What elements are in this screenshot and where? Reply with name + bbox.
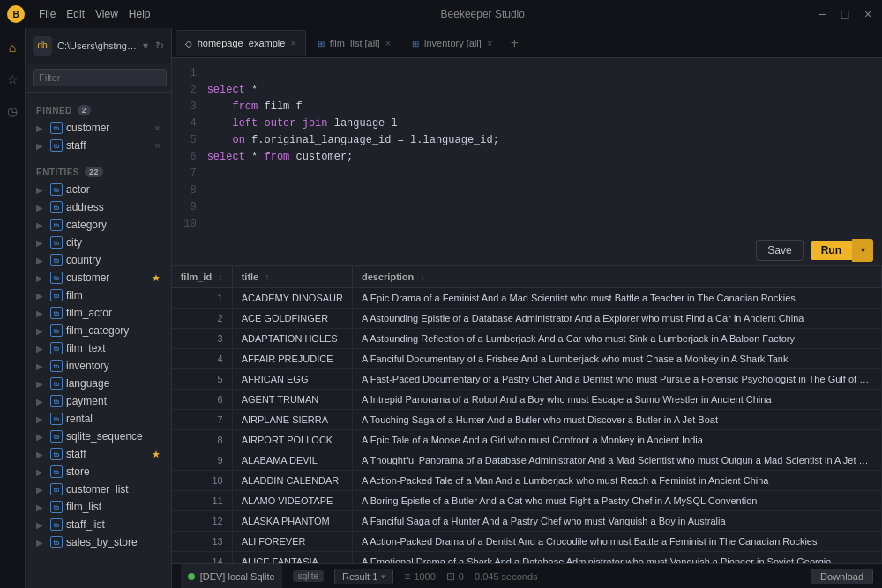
table-row[interactable]: 8 AIRPORT POLLOCK A Epic Tale of a Moose… (172, 430, 882, 450)
pinned-staff[interactable]: ▶ tb staff × (26, 137, 171, 154)
sidebar-item-actor[interactable]: ▶ tb actor (26, 181, 171, 198)
strip-icon-star[interactable]: ☆ (0, 67, 25, 92)
table-row[interactable]: 4 AFFAIR PREJUDICE A Fanciful Documentar… (172, 349, 882, 369)
cell-title: ALI FOREVER (232, 532, 352, 552)
strip-icon-home[interactable]: ⌂ (0, 35, 25, 60)
download-button[interactable]: Download (811, 569, 873, 584)
table-row[interactable]: 6 AGENT TRUMAN A Intrepid Panorama of a … (172, 390, 882, 410)
sidebar-item-film_actor[interactable]: ▶ tb film_actor (26, 304, 171, 322)
pinned-customer[interactable]: ▶ tb customer × (26, 119, 171, 137)
cell-film-id: 7 (172, 410, 233, 430)
table-row[interactable]: 14 ALICE FANTASIA A Emotional Drama of a… (172, 552, 882, 564)
connection-refresh-icon[interactable]: ↻ (155, 40, 164, 52)
tab-inventory[interactable]: ⊞ inventory [all] × (402, 30, 502, 56)
sidebar-item-rental[interactable]: ▶ tb rental (26, 410, 171, 428)
sidebar-item-city[interactable]: ▶ tb city (26, 234, 171, 251)
filter-input[interactable] (33, 69, 167, 86)
table-row[interactable]: 5 AFRICAN EGG A Fast-Paced Documentary o… (172, 369, 882, 390)
cell-film-id: 9 (172, 450, 233, 471)
cell-title: ALABAMA DEVIL (232, 450, 352, 471)
sidebar-item-film_text[interactable]: ▶ tb film_text (26, 339, 171, 357)
sidebar-item-address[interactable]: ▶ tb address (26, 198, 171, 216)
result-tab[interactable]: Result 1 ▾ (334, 569, 393, 584)
app-title: Beekeeper Studio (151, 8, 815, 20)
entity-icon: tb (50, 183, 63, 196)
sidebar-item-film[interactable]: ▶ tb film (26, 287, 171, 304)
maximize-button[interactable]: □ (838, 7, 852, 21)
table-row[interactable]: 10 ALADDIN CALENDAR A Action-Packed Tale… (172, 471, 882, 491)
run-button[interactable]: Run (811, 241, 852, 260)
tab-close-inventory[interactable]: × (487, 38, 492, 48)
tab-close-homepage[interactable]: × (290, 38, 295, 48)
sidebar-item-customer[interactable]: ▶ tb customer ★ (26, 269, 171, 287)
table-row[interactable]: 1 ACADEMY DINOSAUR A Epic Drama of a Fem… (172, 288, 882, 309)
results-table-container[interactable]: film_id ↕ title ↑ description ↓ 1 ACADEM… (172, 266, 882, 563)
strip-icon-history[interactable]: ◷ (0, 99, 25, 123)
table-row[interactable]: 2 ACE GOLDFINGER A Astounding Epistle of… (172, 309, 882, 329)
menu-help[interactable]: Help (129, 8, 151, 20)
menu-file[interactable]: File (39, 8, 56, 20)
chevron-icon: ▶ (36, 185, 47, 195)
sidebar-item-staff[interactable]: ▶ tb staff ★ (26, 445, 171, 463)
minimize-button[interactable]: − (815, 7, 829, 21)
sidebar-item-store[interactable]: ▶ tb store (26, 463, 171, 480)
entity-list: ▶ tb actor ▶ tb address ▶ tb category ▶ … (26, 181, 171, 551)
chevron-icon: ▶ (36, 326, 47, 336)
sidebar-item-staff_list[interactable]: ▶ tb staff_list (26, 516, 171, 533)
code-editor[interactable]: 12345 678910 select * from film f left o… (172, 58, 882, 234)
chevron-icon: ▶ (36, 123, 47, 133)
col-title[interactable]: title ↑ (232, 266, 352, 288)
tab-homepage-example[interactable]: ◇ homepage_example × (176, 30, 306, 56)
table-row[interactable]: 3 ADAPTATION HOLES A Astounding Reflecti… (172, 329, 882, 349)
results-table: film_id ↕ title ↑ description ↓ 1 ACADEM… (172, 266, 882, 563)
close-icon[interactable]: × (154, 140, 160, 151)
cell-title: ALAMO VIDEOTAPE (232, 491, 352, 511)
chevron-icon: ▶ (36, 397, 47, 406)
time-stat: 0.045 seconds (475, 571, 538, 582)
table-row[interactable]: 9 ALABAMA DEVIL A Thoughtful Panorama of… (172, 450, 882, 471)
cell-description: A Action-Packed Tale of a Man And a Lumb… (353, 471, 882, 491)
sidebar-item-category[interactable]: ▶ tb category (26, 216, 171, 234)
entity-name: address (66, 201, 161, 213)
table-header-row: film_id ↕ title ↑ description ↓ (172, 266, 882, 288)
table-row[interactable]: 7 AIRPLANE SIERRA A Touching Saga of a H… (172, 410, 882, 430)
entity-icon: tb (50, 430, 63, 443)
col-film-id[interactable]: film_id ↕ (172, 266, 233, 288)
cell-title: ACE GOLDFINGER (232, 309, 352, 329)
entity-icon: tb (50, 483, 63, 495)
sidebar-item-customer_list[interactable]: ▶ tb customer_list (26, 480, 171, 498)
table-row[interactable]: 12 ALASKA PHANTOM A Fanciful Saga of a H… (172, 511, 882, 532)
code-content[interactable]: select * from film f left outer join lan… (200, 58, 882, 234)
chevron-icon: ▶ (36, 361, 47, 371)
table-row[interactable]: 11 ALAMO VIDEOTAPE A Boring Epistle of a… (172, 491, 882, 511)
col-description[interactable]: description ↓ (353, 266, 882, 288)
entity-name: rental (66, 413, 161, 425)
cell-title: ALASKA PHANTOM (232, 511, 352, 532)
sidebar-item-sqlite_sequence[interactable]: ▶ tb sqlite_sequence (26, 428, 171, 445)
sidebar-item-country[interactable]: ▶ tb country (26, 251, 171, 269)
sidebar-item-film_category[interactable]: ▶ tb film_category (26, 322, 171, 339)
entity-icon: tb (50, 536, 63, 548)
sidebar-item-language[interactable]: ▶ tb language (26, 375, 171, 392)
menu-edit[interactable]: Edit (66, 8, 85, 20)
entity-name: customer (66, 272, 148, 284)
entity-icon: tb (50, 236, 63, 249)
save-button[interactable]: Save (756, 240, 803, 261)
menu-view[interactable]: View (95, 8, 118, 20)
sidebar-item-sales_by_store[interactable]: ▶ tb sales_by_store (26, 533, 171, 551)
sidebar-item-film_list[interactable]: ▶ tb film_list (26, 498, 171, 516)
add-tab-button[interactable]: + (504, 33, 525, 54)
entity-icon: tb (50, 324, 63, 337)
entity-icon: tb (50, 377, 63, 390)
tab-film-list[interactable]: ⊞ film_list [all] × (308, 30, 400, 56)
tab-close-film-list[interactable]: × (385, 38, 391, 48)
table-row[interactable]: 13 ALI FOREVER A Action-Packed Drama of … (172, 532, 882, 552)
close-button[interactable]: × (861, 7, 875, 21)
sidebar-item-inventory[interactable]: ▶ tb inventory (26, 357, 171, 375)
close-icon[interactable]: × (154, 123, 160, 133)
run-dropdown-button[interactable]: ▾ (852, 239, 873, 262)
menu-items: File Edit View Help (39, 8, 151, 20)
entity-name: staff_list (66, 518, 161, 531)
connection-dropdown-icon[interactable]: ▾ (143, 40, 148, 52)
sidebar-item-payment[interactable]: ▶ tb payment (26, 392, 171, 410)
